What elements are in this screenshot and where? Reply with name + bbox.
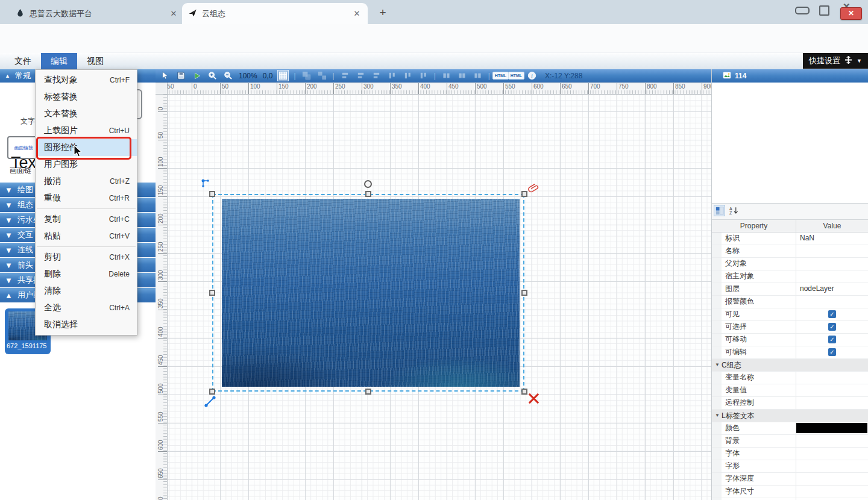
resize-handle-w[interactable] [209,290,215,296]
info-icon[interactable]: i [527,70,537,81]
same-height-icon[interactable] [457,70,467,81]
save-icon[interactable] [176,70,186,81]
pointer-icon[interactable] [160,70,171,81]
align-right-icon[interactable] [371,70,382,81]
property-value[interactable] [796,258,868,270]
node-link-icon[interactable] [200,178,212,192]
menubar-item-2[interactable]: 视图 [77,53,113,69]
property-row: 变量名称 [712,372,868,384]
color-swatch[interactable] [796,423,867,433]
property-section-14[interactable]: ▼L标签文本 [712,410,868,422]
rotate-handle[interactable] [364,180,372,188]
menu-item-shortcut: Ctrl+A [109,304,130,312]
property-value[interactable]: ✓ [796,308,868,320]
run-icon[interactable] [192,70,202,81]
menu-item-label: 重做 [44,193,109,204]
group-icon[interactable] [301,70,312,81]
close-button[interactable]: ✕ ✕ [839,1,863,19]
property-value[interactable] [796,270,868,283]
edit-menu-item-9[interactable]: 粘贴Ctrl+V [36,228,137,245]
edit-menu-item-7[interactable]: 重做Ctrl+R [36,190,137,207]
categorize-view-icon[interactable] [714,205,725,216]
edit-menu-item-13[interactable]: 全选Ctrl+A [36,299,137,316]
browser-tab-1[interactable]: 思普云大数据平台 ✕ [10,3,184,24]
property-value[interactable] [796,422,868,434]
property-value[interactable] [796,460,868,472]
ruler-tick [158,395,167,395]
same-width-icon[interactable] [441,70,451,81]
checkbox[interactable]: ✓ [828,323,836,331]
checkbox[interactable]: ✓ [828,336,836,343]
checkbox[interactable]: ✓ [828,348,836,356]
resize-handle-sw[interactable] [209,389,215,395]
property-value[interactable] [796,245,868,257]
property-value[interactable] [796,448,868,460]
ungroup-icon[interactable] [317,70,327,81]
resize-handle-e[interactable] [521,290,527,296]
resize-handle-s[interactable] [365,389,371,395]
edit-menu-item-2[interactable]: 文本替换 [36,105,137,122]
attach-paperclip-icon[interactable] [528,183,539,197]
object-header: 114 [712,69,868,83]
canvas-grid-icon[interactable] [278,70,288,81]
delete-x-icon[interactable] [527,392,540,407]
property-value[interactable] [796,384,868,396]
close-icon[interactable]: ✕ [169,9,178,18]
property-column-header: Property [712,220,796,232]
align-center-icon[interactable] [356,70,366,81]
browser-tab-2[interactable]: 云组态 ✕ [182,3,368,24]
align-bottom-icon[interactable] [418,70,429,81]
menubar-item-1[interactable]: 编辑 [41,53,77,69]
checkbox[interactable]: ✓ [828,310,836,318]
resize-handle-n[interactable] [365,191,371,197]
design-canvas[interactable] [168,95,711,500]
restore-button[interactable] [819,5,829,16]
edit-menu-item-0[interactable]: 查找对象Ctrl+F [36,72,137,89]
minimize-button[interactable] [795,7,810,14]
quick-settings-button[interactable]: 快捷设置 ▼ [803,53,868,69]
zoom-out-icon[interactable] [223,70,233,81]
property-row: 标识NaN [712,233,868,245]
property-row: 可移动✓ [712,334,868,346]
sort-alpha-icon[interactable]: AZ [728,205,740,216]
property-value[interactable] [796,372,868,384]
align-middle-icon[interactable] [403,70,413,81]
label-component-sample[interactable]: 文字 [20,116,35,127]
align-top-icon[interactable] [387,70,397,81]
zoom-in-icon[interactable] [207,70,218,81]
edit-menu-item-6[interactable]: 撤消Ctrl+Z [36,173,137,190]
property-value[interactable]: ✓ [796,334,868,346]
line-connector-icon[interactable] [204,395,217,410]
edit-menu-item-11[interactable]: 删除Delete [36,266,137,283]
property-value[interactable] [796,486,868,498]
edit-menu-item-10[interactable]: 剪切Ctrl+X [36,249,137,266]
property-value[interactable]: NaN [796,233,868,245]
triangle-down-icon: ▼ [5,216,13,225]
property-value[interactable] [796,397,868,409]
edit-menu-item-1[interactable]: 标签替换 [36,89,137,105]
new-tab-button[interactable]: + [375,5,391,20]
property-value[interactable]: ✓ [796,321,868,333]
close-annotation-icon[interactable]: ✕ [840,7,862,20]
ruler-label: 300 [157,270,164,280]
ruler-label: 550 [157,411,164,422]
ruler-label: 150 [277,83,289,94]
align-left-icon[interactable] [340,70,350,81]
edit-menu-item-12[interactable]: 清除 [36,283,137,299]
property-value[interactable] [796,473,868,485]
property-value[interactable]: nodeLayer [796,283,868,295]
menubar-item-0[interactable]: 文件 [5,53,41,69]
property-value[interactable]: ✓ [796,346,868,358]
html-export-icon[interactable]: HTML [495,70,506,81]
property-value[interactable] [796,296,868,308]
property-section-10[interactable]: ▼C组态 [712,359,868,372]
canvas-toolbar: 100%0,0||||HTMLHTMLiX:-12 Y:288 [156,69,711,83]
close-icon[interactable]: ✕ [352,9,362,18]
property-label: 名称 [712,245,796,257]
distribute-icon[interactable] [473,70,483,81]
edit-menu-item-8[interactable]: 复制Ctrl+C [36,211,137,228]
html-view-icon[interactable]: HTML [511,70,521,81]
property-value[interactable] [796,435,868,447]
resize-handle-se[interactable] [521,389,527,395]
edit-menu-item-14[interactable]: 取消选择 [36,316,137,333]
